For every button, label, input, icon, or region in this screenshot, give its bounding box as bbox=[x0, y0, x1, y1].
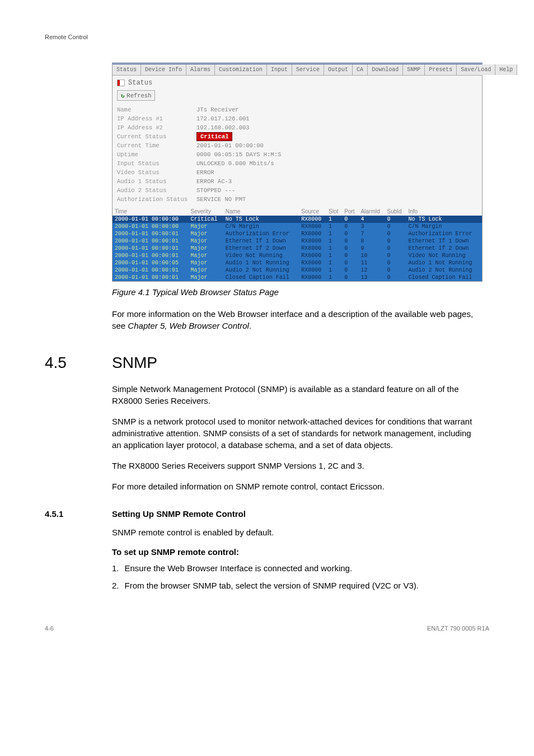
cell-src: RX8000 bbox=[299, 267, 326, 274]
cell-name: Ethernet If 1 Down bbox=[223, 237, 299, 245]
alarm-row[interactable]: 2000-01-01 00:00:00MajorC/N MarginRX8000… bbox=[113, 223, 482, 230]
cell-sub: 0 bbox=[385, 230, 406, 237]
cell-slot: 1 bbox=[326, 252, 342, 259]
field-value: ERROR bbox=[192, 168, 285, 177]
field-label: Uptime bbox=[113, 150, 192, 159]
tab-save-load[interactable]: Save/Load bbox=[457, 64, 495, 75]
cell-name: Audio 1 Not Running bbox=[223, 259, 299, 267]
field-value: 172.017.126.001 bbox=[192, 114, 285, 123]
cell-src: RX8000 bbox=[299, 245, 326, 252]
field-label: IP Address #1 bbox=[113, 114, 192, 123]
refresh-label: Refresh bbox=[127, 92, 151, 99]
list-text: From the browser SNMP tab, select the ve… bbox=[125, 580, 419, 591]
field-label: IP Address #2 bbox=[113, 123, 192, 132]
tab-status[interactable]: Status bbox=[113, 64, 141, 75]
field-value: SERVICE NO PMT bbox=[192, 195, 285, 204]
tab-output[interactable]: Output bbox=[324, 64, 353, 75]
column-header: SubId bbox=[385, 207, 406, 216]
paragraph: SNMP remote control is enabled by defaul… bbox=[112, 526, 481, 538]
tab-download[interactable]: Download bbox=[368, 64, 403, 75]
field-value: ERROR AC-3 bbox=[192, 177, 285, 186]
cell-time: 2000-01-01 00:00:01 bbox=[113, 230, 189, 237]
alarm-row[interactable]: 2000-01-01 00:00:01MajorClosed Caption F… bbox=[113, 274, 482, 281]
text-run: . bbox=[249, 321, 251, 330]
section-number: 4.5 bbox=[45, 354, 112, 372]
alarm-row[interactable]: 2000-01-01 00:00:00CriticalNo TS LockRX8… bbox=[113, 216, 482, 223]
cell-sev: Major bbox=[189, 274, 223, 281]
cell-aid: 9 bbox=[358, 245, 385, 252]
column-header: Severity bbox=[189, 207, 223, 216]
cell-slot: 1 bbox=[326, 230, 342, 237]
cell-info: Audio 2 Not Running bbox=[406, 267, 482, 274]
cell-port: 0 bbox=[342, 252, 358, 259]
cell-sub: 0 bbox=[385, 216, 406, 223]
cell-aid: 8 bbox=[358, 237, 385, 245]
cell-port: 0 bbox=[342, 216, 358, 223]
cell-name: Closed Caption Fail bbox=[223, 274, 299, 281]
cell-aid: 11 bbox=[358, 259, 385, 267]
browser-screenshot: StatusDevice InfoAlarmsCustomizationInpu… bbox=[112, 63, 483, 282]
tab-help[interactable]: Help bbox=[495, 64, 517, 75]
cell-port: 0 bbox=[342, 259, 358, 267]
cell-time: 2000-01-01 00:00:00 bbox=[113, 223, 189, 230]
cell-slot: 1 bbox=[326, 216, 342, 223]
field-value: 2001-01-01 00:00:00 bbox=[192, 141, 285, 150]
cell-port: 0 bbox=[342, 237, 358, 245]
alarm-row[interactable]: 2000-01-01 00:00:01MajorEthernet If 2 Do… bbox=[113, 245, 482, 252]
tab-alarms[interactable]: Alarms bbox=[186, 64, 215, 75]
paragraph-bold: To set up SNMP remote control: bbox=[112, 547, 489, 557]
cell-src: RX8000 bbox=[299, 259, 326, 267]
doc-id: EN/LZT 790 0005 R1A bbox=[427, 625, 489, 632]
tab-device-info[interactable]: Device Info bbox=[141, 64, 186, 75]
cell-name: Video Not Running bbox=[223, 252, 299, 259]
field-label: Current Status bbox=[113, 132, 192, 141]
tab-customization[interactable]: Customization bbox=[215, 64, 267, 75]
tab-ca[interactable]: CA bbox=[353, 64, 368, 75]
tab-snmp[interactable]: SNMP bbox=[403, 64, 425, 75]
cell-sub: 0 bbox=[385, 237, 406, 245]
paragraph: For more information on the Web Browser … bbox=[112, 308, 481, 332]
cell-sub: 0 bbox=[385, 274, 406, 281]
list-item: 1.Ensure the Web Browser Interface is co… bbox=[112, 562, 481, 574]
cell-src: RX8000 bbox=[299, 230, 326, 237]
cell-info: Ethernet If 1 Down bbox=[406, 237, 482, 245]
alarm-row[interactable]: 2000-01-01 00:00:01MajorAudio 2 Not Runn… bbox=[113, 267, 482, 274]
list-number: 1. bbox=[112, 562, 119, 574]
list-text: Ensure the Web Browser Interface is conn… bbox=[125, 562, 353, 574]
list-item: 2.From the browser SNMP tab, select the … bbox=[112, 580, 481, 591]
cell-name: Authorization Error bbox=[223, 230, 299, 237]
cell-port: 0 bbox=[342, 245, 358, 252]
cell-aid: 13 bbox=[358, 274, 385, 281]
cell-time: 2000-01-01 00:00:01 bbox=[113, 237, 189, 245]
field-value: STOPPED --- bbox=[192, 186, 285, 195]
cell-sev: Major bbox=[189, 223, 223, 230]
column-header: Port bbox=[342, 207, 358, 216]
refresh-button[interactable]: ↻ Refresh bbox=[117, 90, 155, 101]
cell-src: RX8000 bbox=[299, 274, 326, 281]
cell-time: 2000-01-01 00:00:01 bbox=[113, 245, 189, 252]
cell-sub: 0 bbox=[385, 223, 406, 230]
cell-port: 0 bbox=[342, 274, 358, 281]
tab-input[interactable]: Input bbox=[267, 64, 292, 75]
field-value: 192.168.002.003 bbox=[192, 123, 285, 132]
tab-service[interactable]: Service bbox=[292, 64, 324, 75]
cell-info: Authorization Error bbox=[406, 230, 482, 237]
cell-name: C/N Margin bbox=[223, 223, 299, 230]
alarm-row[interactable]: 2000-01-01 00:00:01MajorVideo Not Runnin… bbox=[113, 252, 482, 259]
cell-time: 2000-01-01 00:00:01 bbox=[113, 267, 189, 274]
alarm-row[interactable]: 2000-01-01 00:00:05MajorAudio 1 Not Runn… bbox=[113, 259, 482, 267]
cell-sev: Major bbox=[189, 230, 223, 237]
critical-badge: Critical bbox=[196, 132, 232, 141]
column-header: Name bbox=[223, 207, 299, 216]
text-run-italic: Chapter 5, Web Browser Control bbox=[128, 321, 249, 330]
cell-port: 0 bbox=[342, 223, 358, 230]
cell-sub: 0 bbox=[385, 252, 406, 259]
cell-time: 2000-01-01 00:00:00 bbox=[113, 216, 189, 223]
alarm-row[interactable]: 2000-01-01 00:00:01MajorEthernet If 1 Do… bbox=[113, 237, 482, 245]
tab-presets[interactable]: Presets bbox=[425, 64, 457, 75]
column-header: Slot bbox=[326, 207, 342, 216]
running-header: Remote Control bbox=[45, 34, 489, 40]
cell-info: Video Not Running bbox=[406, 252, 482, 259]
alarm-row[interactable]: 2000-01-01 00:00:01MajorAuthorization Er… bbox=[113, 230, 482, 237]
subsection-number: 4.5.1 bbox=[45, 509, 112, 519]
